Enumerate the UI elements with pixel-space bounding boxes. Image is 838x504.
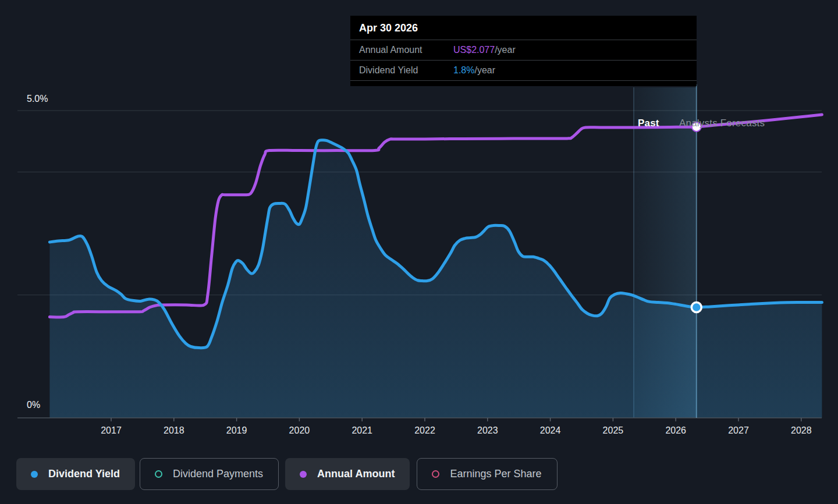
dividend-yield-dot-icon [31,471,38,478]
analysts-forecasts-label: Analysts Forecasts [679,118,765,129]
legend-button-dividend-yield[interactable]: Dividend Yield [16,458,135,490]
tooltip-suffix: /year [495,45,516,55]
tooltip-row-annual-amount: Annual Amount US$2.077 /year [350,40,697,60]
dividend-payments-ring-icon [155,470,162,478]
hover-tooltip: Apr 30 2026 Annual Amount US$2.077 /year… [350,16,697,86]
legend-label: Annual Amount [317,468,395,480]
legend-button-dividend-payments[interactable]: Dividend Payments [140,458,279,490]
annual-amount-dot-icon [300,471,307,478]
past-label: Past [638,118,659,129]
legend-label: Dividend Yield [48,468,120,480]
legend: Dividend Yield Dividend Payments Annual … [16,458,558,490]
y-axis-label-min: 0% [27,400,40,410]
legend-button-earnings-per-share[interactable]: Earnings Per Share [417,458,557,490]
tooltip-value: 1.8% [453,65,474,76]
legend-button-annual-amount[interactable]: Annual Amount [285,458,410,490]
dividend-yield-area [49,140,822,418]
legend-label: Dividend Payments [173,468,263,480]
tooltip-label: Annual Amount [359,45,453,55]
tooltip-label: Dividend Yield [359,65,453,76]
y-axis-label-max: 5.0% [27,94,48,104]
dividend-yield-marker [691,302,701,312]
tooltip-suffix: /year [474,65,495,76]
earnings-per-share-ring-icon [432,470,439,478]
tooltip-value: US$2.077 [453,45,495,55]
tooltip-date: Apr 30 2026 [350,16,697,40]
legend-label: Earnings Per Share [450,468,541,480]
dividend-chart: 5.0% 0% 20172018201920202021202220232024… [0,0,838,504]
tooltip-row-dividend-yield: Dividend Yield 1.8% /year [350,60,697,81]
